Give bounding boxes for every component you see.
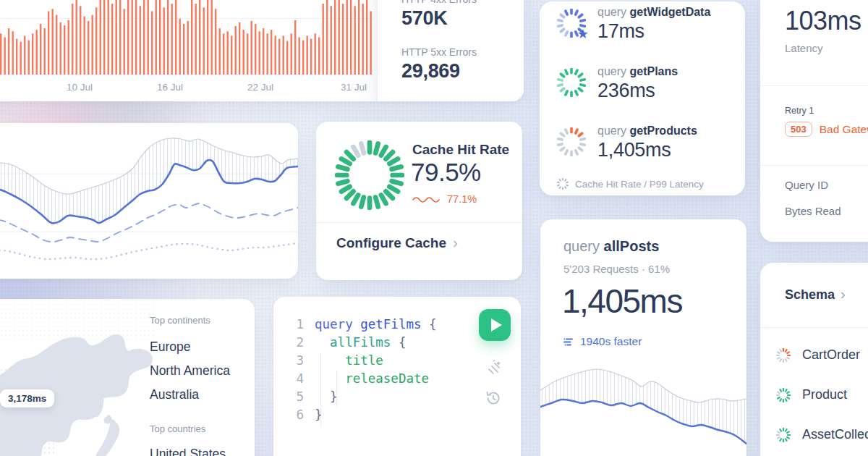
line-number: 1 [286, 316, 304, 334]
configure-cache-label: Configure Cache [336, 235, 446, 250]
delta-row: 1940s faster [563, 335, 642, 348]
type-spinner-icon [776, 388, 791, 402]
run-query-button[interactable] [479, 309, 511, 341]
http-4xx-metric: HTTP 4xx Errors 570K [401, 0, 477, 30]
prettify-icon[interactable] [484, 358, 503, 377]
code-line: 6} [286, 406, 437, 424]
x-tick-label: 22 Jul [247, 82, 273, 93]
line-number: 5 [286, 388, 304, 406]
field-query-id: Query ID [785, 179, 828, 191]
history-icon[interactable] [484, 389, 503, 408]
requests-bar-chart-card: 4 Jul10 Jul16 Jul22 Jul31 Jul [0, 0, 378, 101]
query-latency-row[interactable]: ★query getWidgetData17ms [557, 6, 710, 43]
top-countries-list: United States [150, 447, 226, 456]
cache-value: 79.5% [411, 158, 481, 187]
status-code-badge: 503 [785, 122, 812, 137]
x-tick-label: 16 Jul [157, 82, 183, 93]
schema-title: Schema [785, 287, 835, 302]
chevron-right-icon: › [453, 234, 458, 250]
top-continents-list: EuropeNorth AmericaAustralia [150, 339, 230, 411]
code-line: 3 title [286, 352, 437, 370]
query-spinner-icon [557, 68, 586, 97]
code-tokens: title [315, 352, 383, 370]
spinner-icon [557, 178, 569, 190]
request-details-card: 103ms Latency Retry 1 503 Bad Gateway Qu… [760, 0, 868, 242]
latency-value: 103ms [785, 6, 861, 36]
query-spinner-icon: ★ [557, 9, 586, 38]
latency-percentiles-chart [0, 123, 298, 279]
play-icon [491, 318, 502, 332]
code-line: 4 releaseDate [286, 370, 437, 388]
divider [760, 165, 868, 166]
http-5xx-metric: HTTP 5xx Errors 29,869 [401, 46, 477, 83]
bar-series [0, 0, 374, 75]
code-tokens: } [315, 388, 338, 406]
query-latency-value: 17ms [597, 20, 710, 43]
schema-type-item[interactable]: CartOrder [776, 335, 868, 375]
query-allposts-card: query allPosts 5'203 Requests · 61% 1,40… [540, 219, 746, 456]
metric-label: HTTP 5xx Errors [401, 46, 477, 58]
chevron-right-icon: › [841, 286, 846, 302]
star-icon: ★ [577, 28, 589, 41]
top-countries-label: Top countries [150, 423, 205, 434]
list-item: United States [150, 447, 226, 456]
query-title: query allPosts [563, 238, 659, 255]
code-tokens: } [315, 406, 323, 424]
line-number: 6 [286, 406, 304, 424]
squiggle-trend-icon [412, 195, 441, 203]
schema-card: Schema› CartOrderProductAssetCollection [760, 263, 868, 456]
retry-label: Retry 1 [785, 106, 814, 116]
type-spinner-icon [776, 348, 791, 363]
query-latency-row[interactable]: query getProducts1,405ms [557, 124, 697, 161]
query-spinner-icon [557, 127, 586, 156]
list-item: North America [150, 363, 230, 387]
query-latency-value: 236ms [597, 80, 678, 102]
query-row-text: query getPlans236ms [597, 65, 678, 102]
code-tokens: query getFilms { [315, 316, 437, 334]
code-line: 2 allFilms { [286, 334, 437, 352]
delta-text: 1940s faster [580, 335, 642, 348]
graphql-query-editor[interactable]: 1query getFilms {2 allFilms {3 title4 re… [286, 316, 437, 424]
cache-title: Cache Hit Rate [412, 142, 509, 158]
code-tokens: allFilms { [315, 334, 406, 352]
query-latency-value: 1,405ms [597, 139, 697, 161]
footer-label: Cache Hit Rate / P99 Latency [575, 179, 704, 190]
query-latency-card: ★query getWidgetData17msquery getPlans23… [540, 1, 745, 195]
schema-type-item[interactable]: AssetCollection [776, 415, 868, 455]
error-status-row: 503 Bad Gateway [785, 122, 868, 137]
divider [316, 222, 522, 223]
latency-big-value: 1,405ms [562, 282, 682, 321]
configure-cache-button[interactable]: Configure Cache› [336, 234, 458, 251]
code-tokens: releaseDate [315, 370, 429, 388]
status-text: Bad Gateway [820, 123, 868, 136]
latency-map-badge: 3,178ms [0, 389, 54, 408]
schema-header[interactable]: Schema› [785, 286, 846, 303]
allposts-trend-chart [540, 361, 746, 456]
query-editor-card: 1query getFilms {2 allFilms {3 title4 re… [273, 297, 521, 456]
type-spinner-icon [776, 428, 791, 442]
metric-value: 29,869 [401, 60, 477, 83]
divider [760, 327, 868, 328]
schema-type-item[interactable]: Product [776, 375, 868, 415]
latency-label: Latency [785, 42, 823, 54]
top-continents-label: Top continents [150, 315, 210, 326]
metric-label: HTTP 4xx Errors [401, 0, 477, 5]
schema-type-list: CartOrderProductAssetCollection [776, 335, 868, 455]
type-name: Product [802, 387, 847, 402]
query-name: allPosts [604, 238, 660, 254]
line-number: 4 [286, 370, 304, 388]
http-errors-card: HTTP 4xx Errors 570K HTTP 5xx Errors 29,… [377, 0, 524, 101]
metric-value: 570K [401, 7, 477, 30]
query-keyword: query [563, 238, 604, 254]
type-name: AssetCollection [802, 427, 868, 442]
query-row-text: query getProducts1,405ms [597, 124, 697, 161]
query-latency-row[interactable]: query getPlans236ms [557, 65, 678, 102]
cache-previous-row: 77.1% [412, 193, 477, 205]
x-tick-label: 31 Jul [341, 82, 367, 93]
latency-percentiles-chart-card [0, 123, 298, 279]
list-item: Australia [150, 387, 230, 411]
geo-latency-card: 3,178ms Top continents EuropeNorth Ameri… [0, 299, 255, 456]
line-number: 3 [286, 352, 304, 370]
query-row-text: query getWidgetData17ms [597, 6, 710, 43]
cache-previous-value: 77.1% [447, 193, 477, 205]
